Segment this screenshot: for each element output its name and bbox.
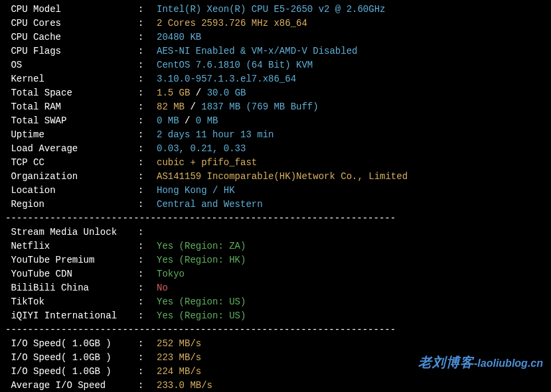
colon: :	[138, 267, 157, 281]
cpu-cores-row: CPU Cores : 2 Cores 2593.726 MHz x86_64	[5, 17, 546, 31]
netflix-label: Netflix	[5, 239, 138, 253]
tiktok-label: TikTok	[5, 295, 138, 309]
location-row: Location : Hong Kong / HK	[5, 184, 546, 198]
stream-header-row: Stream Media Unlock :	[5, 226, 546, 239]
cpu-model-value: Intel(R) Xeon(R) CPU E5-2650 v2 @ 2.60GH…	[157, 3, 385, 17]
os-value: CentOS 7.6.1810 (64 Bit) KVM	[157, 58, 313, 72]
stream-header-label: Stream Media Unlock	[5, 226, 138, 239]
io-avg-row: Average I/O Speed : 233.0 MB/s	[5, 379, 546, 392]
colon: :	[138, 226, 157, 239]
colon: :	[138, 58, 157, 72]
cpu-flags-label: CPU Flags	[5, 44, 138, 58]
bili-value: No	[157, 281, 168, 295]
uptime-row: Uptime : 2 days 11 hour 13 min	[5, 128, 546, 142]
tcp-cc-label: TCP CC	[5, 156, 138, 170]
total-ram-row: Total RAM : 82 MB / 1837 MB (769 MB Buff…	[5, 100, 546, 114]
iqiyi-label: iQIYI International	[5, 309, 138, 323]
ytcdn-row: YouTube CDN : Tokyo	[5, 267, 546, 281]
colon: :	[138, 100, 157, 114]
region-row: Region : Central and Western	[5, 198, 546, 212]
colon: :	[138, 128, 157, 142]
cpu-cache-label: CPU Cache	[5, 31, 138, 44]
total-swap-sep: /	[179, 114, 196, 128]
io-r3-row: I/O Speed( 1.0GB ) : 224 MB/s	[5, 365, 546, 379]
cpu-cache-row: CPU Cache : 20480 KB	[5, 31, 546, 44]
total-space-used: 1.5 GB	[157, 86, 190, 100]
io-r3-value: 224 MB/s	[157, 365, 201, 379]
netflix-value: Yes (Region: ZA)	[157, 239, 246, 253]
cpu-flags-value: AES-NI Enabled & VM-x/AMD-V Disabled	[157, 44, 357, 58]
io-r1-row: I/O Speed( 1.0GB ) : 252 MB/s	[5, 337, 546, 351]
io-r2-row: I/O Speed( 1.0GB ) : 223 MB/s	[5, 351, 546, 365]
tiktok-row: TikTok : Yes (Region: US)	[5, 295, 546, 309]
io-r2-value: 223 MB/s	[157, 351, 201, 365]
kernel-label: Kernel	[5, 72, 138, 86]
colon: :	[138, 72, 157, 86]
colon: :	[138, 170, 157, 184]
bili-label: BiliBili China	[5, 281, 138, 295]
io-r3-label: I/O Speed( 1.0GB )	[5, 365, 138, 379]
location-label: Location	[5, 184, 138, 198]
colon: :	[138, 351, 157, 365]
cpu-cores-label: CPU Cores	[5, 17, 138, 31]
ytcdn-value: Tokyo	[157, 267, 185, 281]
ytp-value: Yes (Region: HK)	[157, 253, 246, 267]
colon: :	[138, 86, 157, 100]
region-value: Central and Western	[157, 198, 263, 212]
colon: :	[138, 3, 157, 17]
total-space-sep: /	[190, 86, 206, 100]
tcp-cc-value: cubic + pfifo_fast	[157, 156, 257, 170]
iqiyi-row: iQIYI International : Yes (Region: US)	[5, 309, 546, 323]
divider: ----------------------------------------…	[5, 323, 546, 337]
io-avg-label: Average I/O Speed	[5, 379, 138, 392]
cpu-cores-value: 2 Cores 2593.726 MHz x86_64	[157, 17, 307, 31]
total-ram-sep: /	[185, 100, 201, 114]
bili-row: BiliBili China : No	[5, 281, 546, 295]
colon: :	[138, 253, 157, 267]
kernel-value: 3.10.0-957.1.3.el7.x86_64	[157, 72, 296, 86]
total-space-label: Total Space	[5, 86, 138, 100]
netflix-row: Netflix : Yes (Region: ZA)	[5, 239, 546, 253]
os-label: OS	[5, 58, 138, 72]
total-ram-label: Total RAM	[5, 100, 138, 114]
tcp-cc-row: TCP CC : cubic + pfifo_fast	[5, 156, 546, 170]
ytp-label: YouTube Premium	[5, 253, 138, 267]
io-r2-label: I/O Speed( 1.0GB )	[5, 351, 138, 365]
load-avg-label: Load Average	[5, 142, 138, 156]
colon: :	[138, 239, 157, 253]
region-label: Region	[5, 198, 138, 212]
cpu-cache-value: 20480 KB	[157, 31, 201, 44]
location-value: Hong Kong / HK	[157, 184, 235, 198]
colon: :	[138, 198, 157, 212]
divider: ----------------------------------------…	[5, 212, 546, 226]
total-space-row: Total Space : 1.5 GB / 30.0 GB	[5, 86, 546, 100]
colon: :	[138, 365, 157, 379]
colon: :	[138, 114, 157, 128]
colon: :	[138, 337, 157, 351]
colon: :	[138, 184, 157, 198]
colon: :	[138, 156, 157, 170]
total-ram-buff: (769 MB Buff)	[240, 100, 319, 114]
total-space-total: 30.0 GB	[207, 86, 246, 100]
org-value: AS141159 Incomparable(HK)Network Co., Li…	[157, 170, 408, 184]
cpu-flags-row: CPU Flags : AES-NI Enabled & VM-x/AMD-V …	[5, 44, 546, 58]
colon: :	[138, 44, 157, 58]
total-ram-used: 82 MB	[157, 100, 185, 114]
io-r1-label: I/O Speed( 1.0GB )	[5, 337, 138, 351]
kernel-row: Kernel : 3.10.0-957.1.3.el7.x86_64	[5, 72, 546, 86]
org-row: Organization : AS141159 Incomparable(HK)…	[5, 170, 546, 184]
colon: :	[138, 142, 157, 156]
colon: :	[138, 295, 157, 309]
uptime-label: Uptime	[5, 128, 138, 142]
colon: :	[138, 281, 157, 295]
total-swap-row: Total SWAP : 0 MB / 0 MB	[5, 114, 546, 128]
colon: :	[138, 17, 157, 31]
colon: :	[138, 31, 157, 44]
uptime-value: 2 days 11 hour 13 min	[157, 128, 274, 142]
cpu-model-label: CPU Model	[5, 3, 138, 17]
org-label: Organization	[5, 170, 138, 184]
io-avg-value: 233.0 MB/s	[157, 379, 212, 392]
load-avg-value: 0.03, 0.21, 0.33	[157, 142, 246, 156]
total-swap-used: 0 MB	[157, 114, 179, 128]
colon: :	[138, 309, 157, 323]
